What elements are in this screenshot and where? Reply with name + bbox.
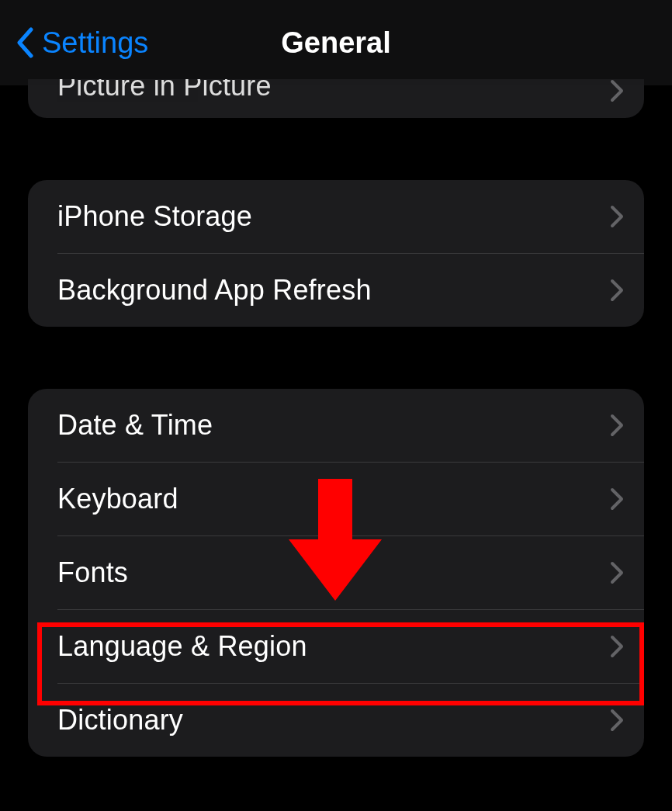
settings-group-2: iPhone Storage Background App Refresh (28, 180, 644, 327)
row-label: Language & Region (57, 630, 307, 663)
page-title: General (281, 26, 391, 60)
row-label: Dictionary (57, 704, 183, 736)
settings-group-1: Picture in Picture (28, 79, 644, 118)
chevron-right-icon (610, 709, 624, 732)
back-button[interactable]: Settings (16, 0, 148, 85)
chevron-left-icon (16, 27, 34, 58)
row-background-app-refresh[interactable]: Background App Refresh (28, 254, 644, 327)
chevron-right-icon (610, 279, 624, 302)
navigation-bar: Settings General (0, 0, 672, 85)
row-label: Picture in Picture (57, 79, 272, 102)
row-label: Background App Refresh (57, 274, 372, 307)
back-label: Settings (42, 26, 148, 60)
row-label: iPhone Storage (57, 200, 252, 233)
chevron-right-icon (610, 414, 624, 437)
row-keyboard[interactable]: Keyboard (28, 463, 644, 535)
row-iphone-storage[interactable]: iPhone Storage (28, 180, 644, 253)
row-language-region[interactable]: Language & Region (28, 610, 644, 683)
chevron-right-icon (610, 79, 624, 102)
row-label: Fonts (57, 556, 128, 589)
chevron-right-icon (610, 487, 624, 511)
chevron-right-icon (610, 561, 624, 584)
row-date-time[interactable]: Date & Time (28, 389, 644, 462)
content-area: Picture in Picture iPhone Storage Backgr… (0, 79, 672, 757)
row-label: Date & Time (57, 409, 213, 442)
settings-group-3: Date & Time Keyboard Fonts (28, 389, 644, 757)
row-dictionary[interactable]: Dictionary (28, 684, 644, 757)
row-fonts[interactable]: Fonts (28, 536, 644, 609)
row-picture-in-picture[interactable]: Picture in Picture (28, 79, 644, 118)
row-label: Keyboard (57, 483, 178, 515)
chevron-right-icon (610, 635, 624, 658)
chevron-right-icon (610, 205, 624, 228)
